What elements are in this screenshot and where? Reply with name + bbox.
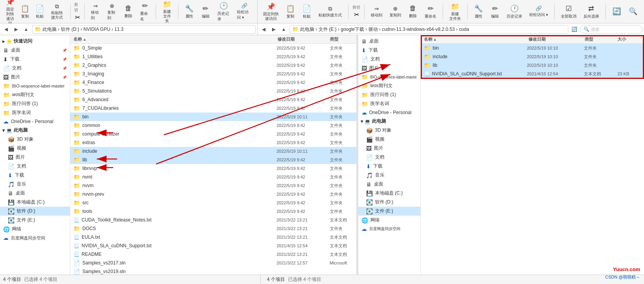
move-to-right-btn[interactable]: ⇒ 移动到: [368, 2, 385, 21]
left-file-row-9[interactable]: 📁 common 2022/5/19 9:42 文件夹: [70, 121, 356, 130]
new-folder-right-btn[interactable]: 📁 新建文件夹: [447, 2, 463, 21]
sidebar-item-bio[interactable]: 📁 BIO-sequence-label-master: [0, 82, 70, 90]
sidebar-item-desktop2[interactable]: 🖥 桌面: [0, 189, 70, 198]
up-btn-right[interactable]: ▲: [279, 25, 288, 34]
left-file-row-12[interactable]: 📁 include 2022/5/19 10:11 文件夹: [70, 147, 356, 155]
left-file-row-0[interactable]: 📁 0_Simple 2022/5/19 9:42 文件夹: [70, 44, 356, 52]
left-file-row-5[interactable]: 📁 5_Simulations 2022/5/19 9:42 文件夹: [70, 87, 356, 95]
r-sidebar-wos[interactable]: 📁 wos期刊文: [358, 81, 420, 90]
forward-btn-right[interactable]: ▶: [269, 25, 278, 34]
forward-btn-left[interactable]: ▶: [12, 25, 20, 34]
left-file-row-11[interactable]: 📁 extras 2022/5/19 9:42 文件夹: [70, 138, 356, 147]
sidebar-item-e[interactable]: 💽 文件 (E:): [0, 216, 70, 225]
r-col-name-header[interactable]: 名称: [424, 36, 527, 42]
left-file-row-22[interactable]: 📃 EULA.txt 2021/3/22 13:21 文本文档: [70, 233, 356, 241]
left-file-row-24[interactable]: 📃 README 2021/3/22 13:21 文本文档: [70, 250, 356, 259]
sidebar-item-yiyuan[interactable]: 📁 医疗问答 (1): [0, 99, 70, 108]
r-sidebar-docs2[interactable]: 📄 文档: [358, 153, 420, 162]
pin-right-btn[interactable]: 📌 固定到快速访问: [261, 2, 281, 21]
r-sidebar-videos[interactable]: 🎬 视频: [358, 135, 420, 144]
r-sidebar-desktop[interactable]: 🖥 桌面: [358, 37, 420, 46]
sidebar-item-pics2[interactable]: 🖼 图片: [0, 153, 70, 162]
left-file-row-7[interactable]: 📁 7_CUDALibraries 2022/5/19 9:42 文件夹: [70, 104, 356, 113]
thispc-header[interactable]: ▾ 💻 此电脑: [0, 126, 70, 135]
col-name-header-left[interactable]: 名称: [73, 36, 276, 42]
r-sidebar-yiyuan[interactable]: 📁 医疗问答 (1): [358, 90, 420, 99]
copy-right-btn[interactable]: 📋 复制: [283, 2, 297, 21]
sidebar-item-music[interactable]: 🎵 音乐: [0, 180, 70, 189]
pin-quick-access-btn[interactable]: 📌 固定到快速访问: [3, 2, 17, 21]
properties-right-btn[interactable]: 🔧 属性: [471, 2, 486, 21]
r-sidebar-network[interactable]: 🌐 网络: [358, 216, 420, 225]
left-file-row-23[interactable]: 📃 NVIDIA_SLA_cuDNN_Support.txt 2021/4/15…: [70, 241, 356, 250]
left-file-row-17[interactable]: 📁 nvvm-prev 2022/5/19 9:42 文件夹: [70, 190, 356, 198]
r-sidebar-e[interactable]: 💽 文件 (E:): [358, 207, 420, 216]
properties-btn[interactable]: 🔧 属性: [182, 2, 196, 21]
move-to-btn[interactable]: ⇒ 移动到: [89, 2, 103, 21]
r-sidebar-desktop2[interactable]: 🖥 桌面: [358, 180, 420, 189]
left-file-row-13[interactable]: 📁 lib 2022/5/19 9:42 文件夹: [70, 155, 356, 164]
r-sidebar-c[interactable]: 💾 本地磁盘 (C:): [358, 189, 420, 198]
r-thispc-header[interactable]: ▾ 💻 此电脑: [358, 117, 420, 126]
refresh-addr-right-btn[interactable]: 🔄: [570, 25, 578, 34]
history-btn[interactable]: 🕐 历史记录: [215, 2, 232, 21]
right-file-row-2[interactable]: 📁 lib 2022/5/19 10:10 文件夹: [421, 61, 644, 70]
left-file-row-4[interactable]: 📁 4_Finance 2022/5/19 9:42 文件夹: [70, 78, 356, 87]
r-col-type-header[interactable]: 类型: [585, 36, 616, 42]
sidebar-item-wos[interactable]: 📁 wos期刊文: [0, 90, 70, 99]
edit-btn[interactable]: ✏ 编辑: [199, 2, 213, 21]
new-folder-btn[interactable]: 📁 新建文件夹: [160, 2, 174, 21]
left-file-row-25[interactable]: 📄 Samples_vs2017.sln 2021/3/22 12:57 Mic…: [70, 259, 356, 267]
r-sidebar-3d[interactable]: 📦 3D 对象: [358, 126, 420, 135]
edit-right-btn[interactable]: ✏ 编辑: [488, 2, 502, 21]
left-file-row-8[interactable]: 📁 bin 2022/5/19 10:11 文件夹: [70, 113, 356, 121]
sidebar-item-3d[interactable]: 📦 3D 对象: [0, 135, 70, 144]
invert-right-btn[interactable]: ⇄ 反向选择: [581, 2, 601, 21]
paste-shortcut-right-btn[interactable]: ⧉ 粘贴快捷方式: [316, 2, 344, 21]
r-sidebar-downloads[interactable]: ⬇ 下载: [358, 46, 420, 55]
left-file-row-10[interactable]: 📁 compute-sanitizer 2022/5/19 9:42 文件夹: [70, 130, 356, 138]
r-sidebar-d[interactable]: 💽 软件 (D:): [358, 198, 420, 207]
rename-btn[interactable]: ✏ 重命名: [138, 2, 152, 21]
sidebar-item-documents[interactable]: 📄 文档 📌: [0, 64, 70, 73]
sidebar-item-dl2[interactable]: ⬇ 下载: [0, 171, 70, 180]
delete-btn[interactable]: 🗑 删除: [121, 2, 135, 21]
copy-to-right-btn[interactable]: ⊕ 复制到: [387, 2, 404, 21]
easy-access-btn[interactable]: 🔗 轻松访问 ▾: [235, 2, 254, 21]
r-sidebar-pics[interactable]: 🖼 图片: [358, 64, 420, 73]
select-all-right-btn[interactable]: ☑ 全部取消: [559, 2, 579, 21]
r-sidebar-music[interactable]: 🎵 音乐: [358, 171, 420, 180]
left-file-row-1[interactable]: 📁 1_Utilities 2022/5/19 9:42 文件夹: [70, 52, 356, 61]
sidebar-item-videos[interactable]: 🎬 视频: [0, 144, 70, 153]
sidebar-item-d[interactable]: 💽 软件 (D:): [0, 207, 70, 216]
r-sidebar-pics2[interactable]: 🖼 图片: [358, 144, 420, 153]
col-date-header-left[interactable]: 修改日期: [278, 36, 328, 42]
refresh-right-btn[interactable]: 🔄: [610, 2, 624, 21]
rename-right-btn[interactable]: ✏ 重命名: [422, 2, 439, 21]
sidebar-item-c[interactable]: 💾 本地磁盘 (C:): [0, 198, 70, 207]
r-sidebar-bio[interactable]: 📁 BIO-sequence-label-maste: [358, 73, 420, 81]
left-file-row-20[interactable]: 📃 CUDA_Toolkit_Release_Notes.txt 2021/3/…: [70, 216, 356, 224]
left-file-row-15[interactable]: 📁 nvml 2022/5/19 9:42 文件夹: [70, 173, 356, 181]
sidebar-item-baidu[interactable]: ☁ 百度网盘同步空间: [0, 234, 70, 242]
history-right-btn[interactable]: 🕐 历史记录: [504, 2, 525, 21]
copy-btn[interactable]: 📋 复制: [18, 2, 32, 21]
right-file-row-3[interactable]: 📃 NVIDIA_SLA_cuDNN_Support.txt 2021/4/15…: [421, 70, 644, 78]
left-file-row-21[interactable]: 📁 DOCS 2021/3/22 13:21 文件夹: [70, 224, 356, 233]
left-file-row-6[interactable]: 📁 6_Advanced 2022/5/19 9:42 文件夹: [70, 95, 356, 104]
sidebar-item-network[interactable]: 🌐 网络: [0, 225, 70, 234]
r-col-size-header[interactable]: 大小: [617, 36, 641, 42]
back-btn-right[interactable]: ◀: [259, 25, 268, 34]
left-file-row-26[interactable]: 📄 Samples_vs2019.sln: [70, 267, 356, 275]
right-file-row-0[interactable]: 📁 bin 2022/5/19 10:10 文件夹: [421, 44, 644, 52]
left-file-row-2[interactable]: 📁 2_Graphics 2022/5/19 9:42 文件夹: [70, 61, 356, 70]
sidebar-item-docs2[interactable]: 📄 文档: [0, 162, 70, 171]
search-box-right[interactable]: 🔍 搜索: [580, 25, 642, 34]
left-file-row-19[interactable]: 📁 tools 2022/5/19 9:42 文件夹: [70, 207, 356, 216]
delete-right-btn[interactable]: 🗑 删除: [406, 2, 420, 21]
left-file-row-14[interactable]: 📁 libnvvp 2022/5/19 9:42 文件夹: [70, 164, 356, 173]
r-sidebar-onedrive[interactable]: ☁ OneDrive - Personal: [358, 108, 420, 117]
paste-btn[interactable]: 📄 粘贴: [33, 2, 47, 21]
right-address-box[interactable]: 📁 此电脑 › 文件 (E:) › google下载 › 驱动 › cudnn-…: [290, 25, 568, 34]
paste-right-btn[interactable]: 📄 粘贴: [300, 2, 314, 21]
